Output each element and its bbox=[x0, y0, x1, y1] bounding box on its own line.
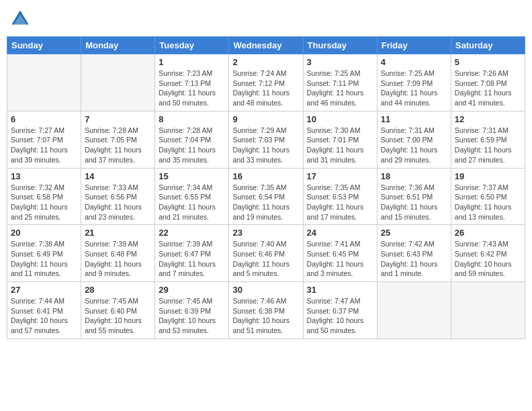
day-number: 26 bbox=[455, 228, 521, 238]
calendar-header-friday: Friday bbox=[377, 37, 451, 54]
calendar-cell: 16Sunrise: 7:35 AM Sunset: 6:54 PM Dayli… bbox=[229, 168, 303, 225]
calendar-cell: 12Sunrise: 7:31 AM Sunset: 6:59 PM Dayli… bbox=[451, 111, 525, 168]
calendar-cell: 5Sunrise: 7:26 AM Sunset: 7:08 PM Daylig… bbox=[451, 54, 525, 111]
calendar-cell: 25Sunrise: 7:42 AM Sunset: 6:43 PM Dayli… bbox=[377, 225, 451, 282]
calendar-cell: 4Sunrise: 7:25 AM Sunset: 7:09 PM Daylig… bbox=[377, 54, 451, 111]
day-number: 15 bbox=[159, 171, 225, 181]
calendar-cell: 26Sunrise: 7:43 AM Sunset: 6:42 PM Dayli… bbox=[451, 225, 525, 282]
day-number: 24 bbox=[307, 228, 373, 238]
day-number: 2 bbox=[232, 57, 299, 67]
calendar-week-1: 1Sunrise: 7:23 AM Sunset: 7:13 PM Daylig… bbox=[7, 54, 525, 111]
calendar-cell bbox=[81, 54, 155, 111]
day-number: 5 bbox=[455, 57, 521, 67]
day-number: 19 bbox=[455, 171, 521, 181]
day-info: Sunrise: 7:36 AM Sunset: 6:51 PM Dayligh… bbox=[381, 183, 447, 222]
day-number: 23 bbox=[232, 228, 299, 238]
day-info: Sunrise: 7:44 AM Sunset: 6:41 PM Dayligh… bbox=[11, 296, 77, 336]
day-info: Sunrise: 7:43 AM Sunset: 6:42 PM Dayligh… bbox=[455, 239, 521, 279]
calendar-cell: 17Sunrise: 7:35 AM Sunset: 6:53 PM Dayli… bbox=[303, 168, 377, 225]
calendar-cell bbox=[451, 282, 525, 339]
calendar-header-saturday: Saturday bbox=[451, 37, 525, 54]
calendar-cell: 28Sunrise: 7:45 AM Sunset: 6:40 PM Dayli… bbox=[81, 282, 155, 339]
day-number: 22 bbox=[159, 228, 225, 238]
calendar-header-monday: Monday bbox=[81, 37, 155, 54]
day-number: 21 bbox=[85, 228, 151, 238]
day-info: Sunrise: 7:25 AM Sunset: 7:11 PM Dayligh… bbox=[307, 68, 373, 108]
day-number: 6 bbox=[11, 114, 77, 124]
day-number: 14 bbox=[85, 171, 151, 181]
calendar-table: SundayMondayTuesdayWednesdayThursdayFrid… bbox=[7, 36, 525, 339]
day-info: Sunrise: 7:42 AM Sunset: 6:43 PM Dayligh… bbox=[381, 239, 447, 279]
day-number: 31 bbox=[307, 285, 373, 295]
logo bbox=[11, 9, 31, 28]
calendar-cell: 19Sunrise: 7:37 AM Sunset: 6:50 PM Dayli… bbox=[451, 168, 525, 225]
day-number: 3 bbox=[307, 57, 373, 67]
day-number: 7 bbox=[85, 114, 151, 124]
day-info: Sunrise: 7:26 AM Sunset: 7:08 PM Dayligh… bbox=[455, 68, 521, 108]
calendar-cell: 13Sunrise: 7:32 AM Sunset: 6:58 PM Dayli… bbox=[7, 168, 81, 225]
day-number: 25 bbox=[381, 228, 447, 238]
day-info: Sunrise: 7:45 AM Sunset: 6:39 PM Dayligh… bbox=[159, 296, 225, 336]
calendar-cell: 21Sunrise: 7:39 AM Sunset: 6:48 PM Dayli… bbox=[81, 225, 155, 282]
calendar-week-3: 13Sunrise: 7:32 AM Sunset: 6:58 PM Dayli… bbox=[7, 168, 525, 225]
day-info: Sunrise: 7:30 AM Sunset: 7:01 PM Dayligh… bbox=[307, 126, 373, 165]
day-info: Sunrise: 7:31 AM Sunset: 7:00 PM Dayligh… bbox=[381, 126, 447, 165]
day-number: 13 bbox=[11, 171, 77, 181]
day-number: 28 bbox=[85, 285, 151, 295]
day-info: Sunrise: 7:25 AM Sunset: 7:09 PM Dayligh… bbox=[381, 68, 447, 108]
day-info: Sunrise: 7:35 AM Sunset: 6:53 PM Dayligh… bbox=[307, 183, 373, 222]
calendar-cell: 8Sunrise: 7:28 AM Sunset: 7:04 PM Daylig… bbox=[155, 111, 229, 168]
day-info: Sunrise: 7:45 AM Sunset: 6:40 PM Dayligh… bbox=[85, 296, 151, 336]
day-info: Sunrise: 7:34 AM Sunset: 6:55 PM Dayligh… bbox=[159, 183, 225, 222]
calendar-cell: 6Sunrise: 7:27 AM Sunset: 7:07 PM Daylig… bbox=[7, 111, 81, 168]
calendar-week-5: 27Sunrise: 7:44 AM Sunset: 6:41 PM Dayli… bbox=[7, 282, 525, 339]
logo-icon bbox=[11, 9, 30, 28]
day-number: 12 bbox=[455, 114, 521, 124]
day-info: Sunrise: 7:23 AM Sunset: 7:13 PM Dayligh… bbox=[159, 68, 225, 108]
day-number: 9 bbox=[232, 114, 299, 124]
day-info: Sunrise: 7:32 AM Sunset: 6:58 PM Dayligh… bbox=[11, 183, 77, 222]
day-info: Sunrise: 7:39 AM Sunset: 6:47 PM Dayligh… bbox=[159, 239, 225, 279]
day-number: 11 bbox=[381, 114, 447, 124]
day-number: 8 bbox=[159, 114, 225, 124]
day-number: 1 bbox=[159, 57, 225, 67]
day-info: Sunrise: 7:31 AM Sunset: 6:59 PM Dayligh… bbox=[455, 126, 521, 165]
day-number: 16 bbox=[232, 171, 299, 181]
calendar-cell: 3Sunrise: 7:25 AM Sunset: 7:11 PM Daylig… bbox=[303, 54, 377, 111]
calendar-week-4: 20Sunrise: 7:38 AM Sunset: 6:49 PM Dayli… bbox=[7, 225, 525, 282]
day-info: Sunrise: 7:41 AM Sunset: 6:45 PM Dayligh… bbox=[307, 239, 373, 279]
day-info: Sunrise: 7:47 AM Sunset: 6:37 PM Dayligh… bbox=[307, 296, 373, 336]
day-number: 17 bbox=[307, 171, 373, 181]
calendar-cell: 14Sunrise: 7:33 AM Sunset: 6:56 PM Dayli… bbox=[81, 168, 155, 225]
calendar-cell: 7Sunrise: 7:28 AM Sunset: 7:05 PM Daylig… bbox=[81, 111, 155, 168]
day-info: Sunrise: 7:27 AM Sunset: 7:07 PM Dayligh… bbox=[11, 126, 77, 165]
calendar-cell: 27Sunrise: 7:44 AM Sunset: 6:41 PM Dayli… bbox=[7, 282, 81, 339]
day-info: Sunrise: 7:29 AM Sunset: 7:03 PM Dayligh… bbox=[232, 126, 299, 165]
day-info: Sunrise: 7:37 AM Sunset: 6:50 PM Dayligh… bbox=[455, 183, 521, 222]
day-number: 4 bbox=[381, 57, 447, 67]
day-number: 27 bbox=[11, 285, 77, 295]
calendar-cell: 24Sunrise: 7:41 AM Sunset: 6:45 PM Dayli… bbox=[303, 225, 377, 282]
calendar-cell: 10Sunrise: 7:30 AM Sunset: 7:01 PM Dayli… bbox=[303, 111, 377, 168]
calendar-cell: 18Sunrise: 7:36 AM Sunset: 6:51 PM Dayli… bbox=[377, 168, 451, 225]
calendar-cell: 31Sunrise: 7:47 AM Sunset: 6:37 PM Dayli… bbox=[303, 282, 377, 339]
calendar-header-row: SundayMondayTuesdayWednesdayThursdayFrid… bbox=[7, 37, 525, 54]
day-info: Sunrise: 7:40 AM Sunset: 6:46 PM Dayligh… bbox=[232, 239, 299, 279]
page-header bbox=[7, 7, 525, 31]
day-number: 10 bbox=[307, 114, 373, 124]
calendar-cell bbox=[7, 54, 81, 111]
day-info: Sunrise: 7:38 AM Sunset: 6:49 PM Dayligh… bbox=[11, 239, 77, 279]
day-info: Sunrise: 7:28 AM Sunset: 7:04 PM Dayligh… bbox=[159, 126, 225, 165]
calendar-header-sunday: Sunday bbox=[7, 37, 81, 54]
calendar-cell: 1Sunrise: 7:23 AM Sunset: 7:13 PM Daylig… bbox=[155, 54, 229, 111]
calendar-cell: 30Sunrise: 7:46 AM Sunset: 6:38 PM Dayli… bbox=[229, 282, 303, 339]
calendar-cell: 22Sunrise: 7:39 AM Sunset: 6:47 PM Dayli… bbox=[155, 225, 229, 282]
day-info: Sunrise: 7:39 AM Sunset: 6:48 PM Dayligh… bbox=[85, 239, 151, 279]
calendar-cell: 29Sunrise: 7:45 AM Sunset: 6:39 PM Dayli… bbox=[155, 282, 229, 339]
day-info: Sunrise: 7:35 AM Sunset: 6:54 PM Dayligh… bbox=[232, 183, 299, 222]
day-info: Sunrise: 7:33 AM Sunset: 6:56 PM Dayligh… bbox=[85, 183, 151, 222]
day-info: Sunrise: 7:28 AM Sunset: 7:05 PM Dayligh… bbox=[85, 126, 151, 165]
calendar-week-2: 6Sunrise: 7:27 AM Sunset: 7:07 PM Daylig… bbox=[7, 111, 525, 168]
day-info: Sunrise: 7:24 AM Sunset: 7:12 PM Dayligh… bbox=[232, 68, 299, 108]
calendar-cell: 15Sunrise: 7:34 AM Sunset: 6:55 PM Dayli… bbox=[155, 168, 229, 225]
